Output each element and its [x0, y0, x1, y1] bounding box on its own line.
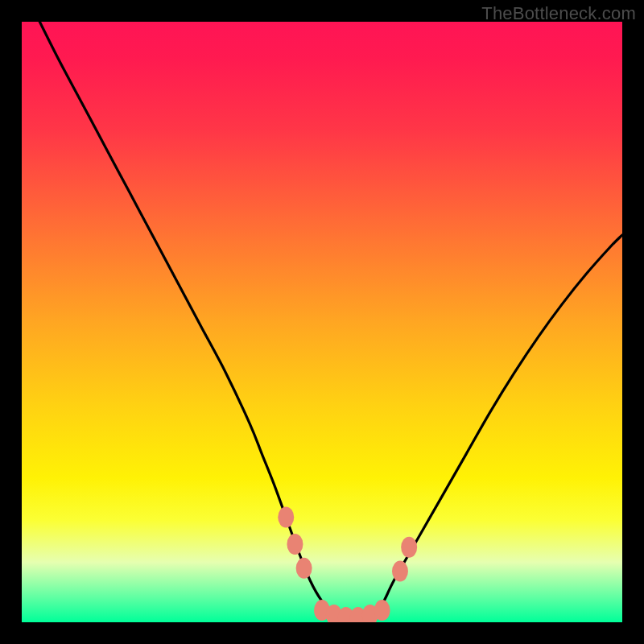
curve-marker	[296, 558, 312, 579]
curve-marker	[374, 600, 390, 621]
curve-marker	[392, 561, 408, 582]
curve-markers	[278, 506, 417, 622]
curve-marker	[287, 534, 303, 555]
watermark-text: TheBottleneck.com	[481, 3, 636, 24]
plot-area	[22, 22, 622, 622]
chart-frame: TheBottleneck.com	[0, 0, 644, 644]
curve-marker	[401, 537, 417, 558]
bottleneck-curve	[34, 22, 622, 620]
chart-svg-layer	[22, 22, 622, 622]
curve-marker	[278, 506, 294, 527]
